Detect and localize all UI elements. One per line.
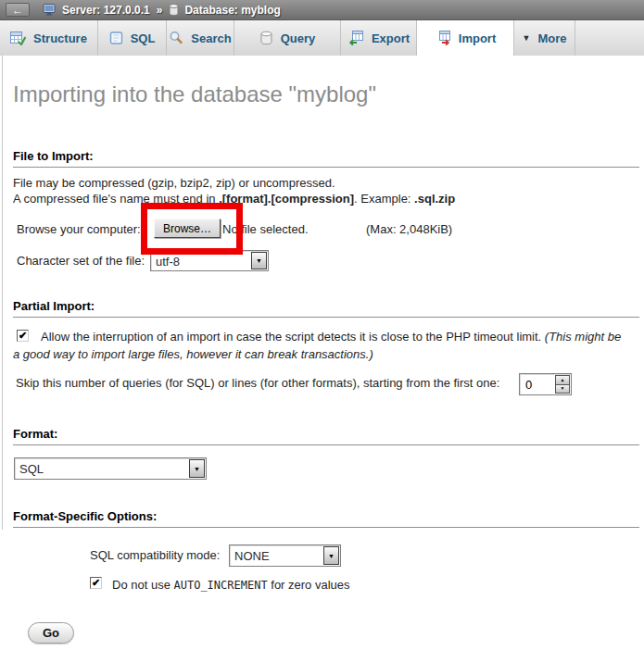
auto-increment-suffix: for zero values [268, 578, 350, 592]
allow-interrupt-note-end: a good way to import large files, howeve… [13, 347, 373, 361]
format-select-value: SQL [19, 462, 44, 476]
tab-label: More [537, 31, 566, 45]
spinner-down-icon[interactable]: ▼ [555, 385, 570, 394]
auto-increment-checkbox[interactable]: ✔ [90, 577, 102, 589]
tab-bar: Structure SQL Search Query Export [0, 20, 644, 56]
content-left-border [2, 56, 3, 530]
allow-interrupt-checkbox[interactable]: ✔ [17, 330, 29, 342]
auto-increment-prefix: Do not use [112, 578, 174, 592]
tab-sql[interactable]: SQL [98, 20, 167, 56]
tab-more[interactable]: ▼ More [514, 20, 575, 56]
allow-interrupt-note-start: (This might be [545, 330, 621, 344]
section-title-partial-import: Partial Import: [13, 299, 639, 318]
chevron-down-icon[interactable]: ▼ [189, 459, 205, 478]
tab-import[interactable]: Import [417, 20, 514, 56]
phpmyadmin-import-page: ← Server: 127.0.0.1 » Database: myblog S… [0, 0, 644, 663]
section-title-format-specific: Format-Specific Options: [13, 509, 639, 528]
tab-structure[interactable]: Structure [0, 20, 98, 56]
skip-queries-input[interactable]: 0 ▲ ▼ [519, 373, 572, 395]
query-icon [259, 31, 273, 45]
charset-label: Character set of the file: [17, 254, 145, 268]
export-icon [347, 31, 364, 45]
breadcrumb-database[interactable]: Database: myblog [184, 4, 280, 17]
compression-help-text: File may be compressed (gzip, bzip2, zip… [13, 175, 455, 206]
auto-increment-label: Do not use AUTO_INCREMENT for zero value… [112, 578, 350, 592]
allow-interrupt-label: Allow the interruption of an import in c… [41, 330, 621, 344]
max-upload-size-text: (Max: 2,048KiB) [366, 222, 452, 236]
name-rule-example: .sql.zip [414, 192, 455, 206]
structure-icon [10, 31, 26, 45]
import-icon [435, 31, 451, 45]
more-chevron-icon: ▼ [523, 34, 531, 43]
tab-query[interactable]: Query [234, 20, 341, 56]
tab-label: Search [191, 31, 231, 45]
compression-line: File may be compressed (gzip, bzip2, zip… [13, 176, 335, 190]
spinner-up-icon[interactable]: ▲ [555, 375, 570, 385]
search-icon [169, 31, 183, 45]
database-icon [169, 4, 179, 16]
skip-queries-label: Skip this number of queries (for SQL) or… [16, 376, 499, 390]
breadcrumb-separator: » [157, 4, 163, 17]
spinner: ▲ ▼ [555, 375, 570, 394]
tab-label: Query [281, 31, 316, 45]
format-select[interactable]: SQL ▼ [14, 457, 207, 480]
chevron-down-icon[interactable]: ▼ [323, 546, 339, 565]
skip-queries-value: 0 [525, 378, 532, 392]
sql-icon [109, 31, 123, 45]
auto-increment-code: AUTO_INCREMENT [174, 579, 268, 592]
go-button[interactable]: Go [28, 622, 74, 644]
tab-search[interactable]: Search [167, 20, 234, 56]
breadcrumb-server[interactable]: Server: 127.0.0.1 [62, 4, 150, 17]
charset-select-value: utf-8 [156, 254, 180, 268]
tab-label: Import [459, 31, 496, 45]
sql-compat-value: NONE [234, 549, 270, 563]
tab-label: Structure [33, 31, 87, 45]
server-icon [43, 4, 57, 16]
section-title-file-to-import: File to Import: [13, 149, 639, 168]
tab-export[interactable]: Export [341, 20, 417, 56]
name-rule-mid: . Example: [354, 192, 414, 206]
tab-label: Export [372, 31, 410, 45]
chevron-down-icon[interactable]: ▼ [251, 252, 267, 269]
section-title-format: Format: [13, 427, 639, 445]
back-arrow-icon[interactable]: ← [6, 3, 30, 17]
sql-compat-label: SQL compatibility mode: [90, 548, 220, 562]
annotation-red-box [141, 203, 243, 255]
tab-label: SQL [131, 31, 156, 45]
allow-interrupt-text: Allow the interruption of an import in c… [41, 330, 545, 344]
sql-compat-select[interactable]: NONE ▼ [229, 544, 341, 567]
breadcrumb: ← Server: 127.0.0.1 » Database: myblog [0, 0, 644, 20]
browse-computer-label: Browse your computer: [17, 222, 141, 236]
page-title: Importing into the database "myblog" [13, 81, 376, 107]
